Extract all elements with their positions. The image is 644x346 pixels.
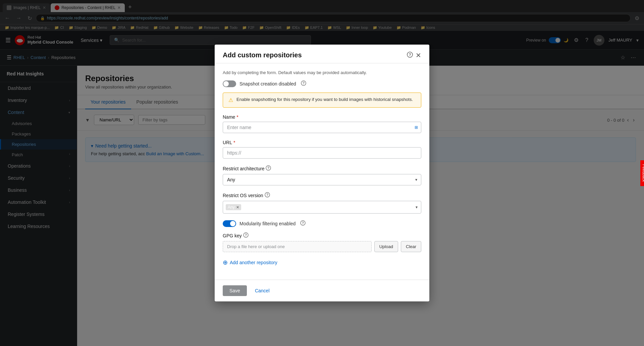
os-tag-any: Any ✕ [226,204,241,210]
gpg-clear-button[interactable]: Clear [401,241,421,252]
snapshot-help-button[interactable]: ? [301,80,306,87]
add-repo-label: Add another repository [230,260,277,265]
warning-text: Enable snapshotting for this repository … [236,97,413,102]
feedback-label: Feedback [642,164,644,182]
svg-text:?: ? [303,81,305,85]
name-field-group: Name * ⊞ [223,114,421,133]
modal-title: Add custom repositories [223,51,302,59]
restrict-arch-help-icon: ? [266,165,271,171]
url-required-star: * [233,140,235,145]
snapshot-toggle-row: Snapshot creation disabled ? [223,80,421,87]
gpg-key-help-button[interactable]: ? [243,232,249,239]
svg-text:?: ? [267,166,269,170]
url-label-text: URL [223,140,232,145]
modal-help-button[interactable]: ? [407,52,413,59]
snapshot-help-icon: ? [301,80,306,86]
modal-backdrop[interactable]: Add custom repositories ? ✕ Add by compl… [0,0,644,346]
restrict-os-label-text: Restrict OS version [223,193,263,198]
modal-close-button[interactable]: ✕ [416,52,421,59]
name-input-icon: ⊞ [415,125,418,130]
snapshot-toggle-label: Snapshot creation disabled [239,81,296,86]
restrict-arch-group: Restrict architecture ? Any ▾ [223,165,421,185]
svg-text:?: ? [302,221,304,225]
modularity-help-icon: ? [300,220,306,226]
modal-description: Add by completing the form. Default valu… [223,70,421,75]
restrict-arch-select[interactable]: Any [223,174,421,185]
gpg-key-label: GPG key ? [223,232,421,239]
help-circle-icon: ? [407,52,413,58]
warning-triangle-icon: ⚠ [228,97,233,103]
restrict-arch-help-button[interactable]: ? [266,165,271,172]
gpg-placeholder-text: Drop a file here or upload one [227,244,285,249]
url-input[interactable] [223,147,421,159]
modularity-help-button[interactable]: ? [300,220,306,227]
os-tag-any-remove[interactable]: ✕ [236,205,239,210]
gpg-drop-zone[interactable]: Drop a file here or upload one [223,241,372,252]
svg-text:?: ? [266,193,268,197]
add-repositories-modal: Add custom repositories ? ✕ Add by compl… [215,45,429,301]
add-circle-icon: ⊕ [223,259,228,266]
gpg-key-label-text: GPG key [223,233,242,238]
gpg-help-icon: ? [243,232,249,238]
restrict-os-label: Restrict OS version ? [223,192,421,199]
restrict-os-input[interactable]: Any ✕ ▾ [223,201,421,214]
gpg-row: Drop a file here or upload one Upload Cl… [223,241,421,252]
restrict-arch-label-text: Restrict architecture [223,166,264,171]
gpg-upload-button[interactable]: Upload [374,241,398,252]
os-tag-any-label: Any [228,205,235,210]
restrict-arch-label: Restrict architecture ? [223,165,421,172]
modal-footer: Save Cancel [215,280,429,301]
feedback-tab[interactable]: Feedback [640,160,644,186]
restrict-arch-select-wrapper: Any ▾ [223,174,421,185]
warning-banner: ⚠ Enable snapshotting for this repositor… [223,93,421,108]
svg-text:?: ? [245,233,247,237]
modularity-toggle-label: Modularity filtering enabled [239,221,296,226]
name-input-wrapper: ⊞ [223,122,421,133]
svg-text:?: ? [409,53,411,57]
name-required-star: * [236,114,238,120]
restrict-os-help-button[interactable]: ? [265,192,270,199]
restrict-os-help-icon: ? [265,192,270,197]
gpg-key-group: GPG key ? Drop a file here or upload one… [223,232,421,252]
modal-body: Add by completing the form. Default valu… [215,63,429,280]
cancel-button[interactable]: Cancel [251,285,274,296]
save-button[interactable]: Save [223,285,247,296]
url-label: URL * [223,140,421,145]
add-another-repo-row[interactable]: ⊕ Add another repository [223,259,421,266]
modularity-toggle-switch[interactable] [223,220,236,227]
modularity-toggle-row: Modularity filtering enabled ? [223,220,421,227]
modal-header: Add custom repositories ? ✕ [215,45,429,63]
name-label-text: Name [223,114,235,120]
restrict-os-group: Restrict OS version ? Any ✕ ▾ [223,192,421,214]
modal-header-actions: ? ✕ [407,52,421,59]
name-label: Name * [223,114,421,120]
snapshot-toggle-switch[interactable] [223,80,236,87]
name-input[interactable] [223,122,421,133]
url-field-group: URL * [223,140,421,159]
chevron-down-os-icon: ▾ [416,205,418,210]
